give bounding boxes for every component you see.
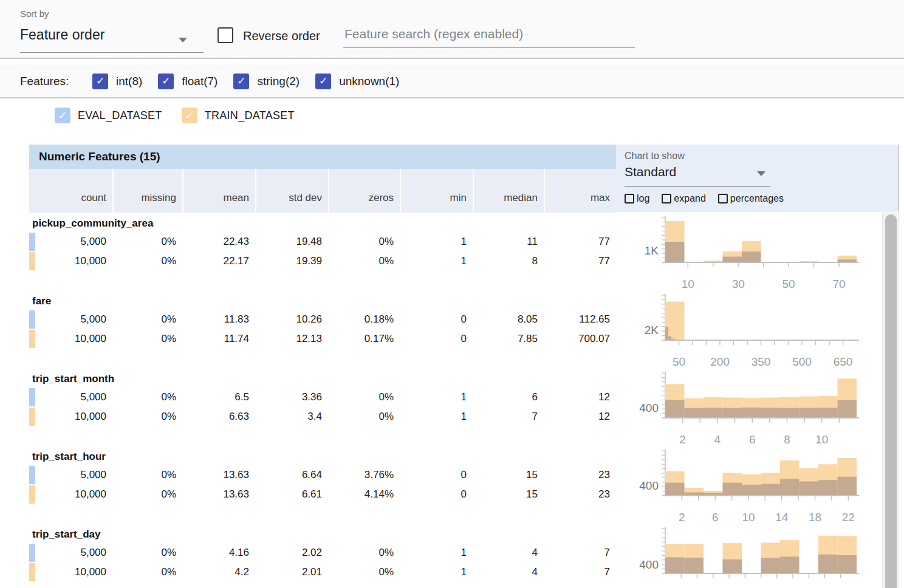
y-axis-label: 2K [645,324,659,337]
stat-value: 3.4 [255,411,328,423]
stat-value: 0% [328,411,400,423]
sort-by-label: Sort by [20,9,49,19]
stat-value: 1 [400,391,473,403]
checkbox-unchecked-icon[interactable] [718,194,728,203]
histogram-bar [818,408,838,418]
chart-to-show-label: Chart to show [625,151,685,162]
chart-type-select[interactable]: Standard [625,165,676,179]
stat-value: 0% [112,566,182,578]
histogram: 246810400 [616,369,899,447]
stat-value: 5,000 [29,547,112,559]
feature-group: pickup_community_area 5,0000%22.4319.480… [29,214,616,292]
stat-value: 700.07 [544,333,616,345]
stat-value: 0% [328,236,400,248]
checkbox-unchecked-icon[interactable] [662,194,671,203]
x-tick-label: 2 [679,511,685,524]
feature-histogram: 2610141822400 [616,447,899,525]
checkbox-unchecked-icon[interactable] [625,194,634,203]
checkbox-checked-icon[interactable]: ✓ [182,108,197,123]
histogram-charts: 103050701K502003505006502K24681040026101… [616,214,899,588]
sort-order-select[interactable]: Feature order [20,27,104,43]
stat-value: 0 [400,313,473,326]
vertical-scrollbar[interactable] [882,213,899,588]
dataset-color-chip [29,466,35,484]
checkbox-checked-icon[interactable]: ✓ [233,74,249,89]
feature-group: trip_start_month 5,0000%6.53.360%1612 10… [29,369,616,447]
histogram: 502003505006502K [616,292,899,369]
stat-value: 0 [400,469,473,481]
stat-value: 15 [473,469,544,481]
stat-value: 0% [328,255,400,267]
feature-name: trip_start_day [29,525,616,543]
stat-value: 0.18% [328,313,400,326]
feature-type-label: float(7) [182,75,217,88]
stat-row: 5,0000%22.4319.480%11177 [29,232,616,251]
stat-value: 11.74 [182,333,255,345]
stat-value: 0% [112,488,182,501]
column-header: min [400,169,473,213]
x-tick-label: 30 [732,278,745,290]
x-tick-label: 200 [710,355,730,368]
chevron-down-icon[interactable] [757,171,765,176]
histogram-bar [818,555,838,573]
feature-search-input[interactable] [343,24,635,48]
checkbox-checked-icon[interactable]: ✓ [55,108,70,123]
feature-type-label: string(2) [257,75,300,88]
histogram-bar [723,408,742,418]
feature-group: trip_start_hour 5,0000%13.636.643.76%015… [29,447,616,525]
histogram-bar [780,479,800,496]
feature-name: trip_start_hour [29,447,616,465]
stat-row: 10,0000%11.7412.130.17%07.85700.07 [29,329,616,349]
histogram-bar [800,482,819,496]
stat-value: 19.48 [255,236,328,248]
stat-value: 5,000 [29,469,112,481]
stat-value: 11 [473,236,544,248]
feature-name: trip_start_month [29,369,616,388]
stat-value: 22.17 [182,255,255,267]
dataset-color-chip [29,233,35,251]
stat-value: 23 [544,488,616,501]
histogram-bar [665,400,685,418]
checkbox-checked-icon[interactable]: ✓ [92,74,108,89]
x-tick-label: 8 [784,433,790,446]
histogram-bar [685,558,704,573]
dataset-color-chip [29,330,35,348]
dataset-toggle[interactable]: ✓ TRAIN_DATASET [182,108,295,123]
dataset-toggle[interactable]: ✓ EVAL_DATASET [55,108,162,123]
sort-select-underline [20,52,204,53]
chart-option[interactable]: expand [662,193,706,204]
checkbox-checked-icon[interactable]: ✓ [158,74,174,89]
chart-option[interactable]: log [625,193,649,204]
stat-value: 23 [544,469,616,481]
x-tick-label: 50 [782,278,795,290]
feature-type-filter[interactable]: ✓ float(7) [158,74,217,89]
histogram: 103050701K [616,214,899,292]
reverse-order-checkbox[interactable] [217,27,233,43]
x-tick-label: 6 [749,433,756,446]
stat-value: 8.05 [473,313,544,326]
feature-group: trip_start_day 5,0000%4.162.020%147 10,0… [29,525,616,588]
stat-value: 8 [473,255,544,267]
histogram-bar [685,408,704,418]
histogram-bar [800,408,819,418]
scrollbar-thumb[interactable] [885,214,897,588]
chevron-down-icon[interactable] [179,38,187,43]
dataset-label: TRAIN_DATASET [205,109,295,122]
x-tick-label: 4 [714,433,721,446]
feature-type-filter[interactable]: ✓ int(8) [92,74,142,89]
chart-option[interactable]: percentages [718,193,784,204]
stat-value: 4.14% [328,488,400,501]
stat-row: 5,0000%13.636.643.76%01523 [29,465,616,485]
feature-type-filter[interactable]: ✓ string(2) [233,74,300,89]
stat-value: 1 [400,255,473,267]
checkbox-checked-icon[interactable]: ✓ [315,74,331,89]
stat-value: 0% [112,333,182,345]
stat-value: 7 [473,411,544,423]
chart-option-label: percentages [730,193,784,204]
dataset-color-chip [29,310,35,329]
stat-value: 0% [328,391,400,403]
stat-value: 0.17% [328,333,400,345]
stat-value: 5,000 [29,391,112,403]
stat-value: 10.26 [255,313,328,326]
feature-type-filter[interactable]: ✓ unknown(1) [315,74,399,89]
